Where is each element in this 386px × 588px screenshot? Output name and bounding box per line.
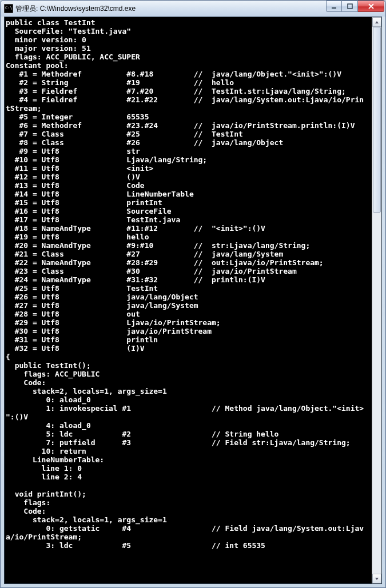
svg-rect-3	[348, 4, 352, 9]
scroll-thumb[interactable]	[373, 27, 381, 213]
scroll-track[interactable]	[372, 27, 381, 574]
terminal-output[interactable]: public class TestInt SourceFile: "TestIn…	[5, 17, 372, 583]
window-controls	[326, 1, 384, 12]
svg-rect-2	[332, 7, 336, 9]
vertical-scrollbar[interactable]	[372, 17, 381, 583]
scroll-down-button[interactable]	[372, 574, 381, 583]
minimize-button[interactable]	[326, 1, 342, 12]
scroll-up-button[interactable]	[372, 17, 381, 27]
titlebar[interactable]: C:\ 管理员: C:\Windows\system32\cmd.exe	[1, 1, 385, 17]
terminal-container: public class TestInt SourceFile: "TestIn…	[4, 17, 382, 584]
maximize-button[interactable]	[342, 1, 358, 12]
close-button[interactable]	[358, 1, 384, 12]
svg-text:C:\: C:\	[5, 6, 13, 10]
cmd-icon: C:\	[4, 4, 13, 13]
window-title: 管理员: C:\Windows\system32\cmd.exe	[15, 4, 136, 14]
cmd-window: C:\ 管理员: C:\Windows\system32\cmd.exe pub…	[0, 0, 386, 588]
